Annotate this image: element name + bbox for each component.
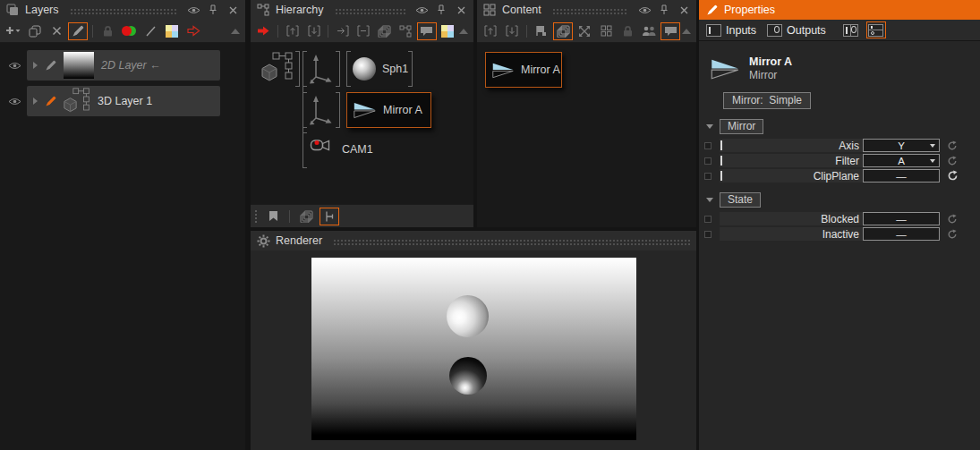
checkbox[interactable] [704,231,712,238]
eye-icon[interactable] [637,3,652,17]
layer-row[interactable]: 2D Layer ← [7,50,245,81]
close-icon[interactable] [226,3,240,17]
property-row-blocked: Blocked — [699,212,980,225]
node-bracket [408,51,413,87]
tree-node-label[interactable]: CAM1 [342,143,373,156]
layer-row[interactable]: 3D Layer 1 [7,86,245,116]
export-up-icon[interactable] [481,22,500,40]
insert-into-icon[interactable] [333,22,352,40]
tree-branch-icon[interactable] [320,208,339,225]
checkbox[interactable] [704,173,712,180]
tree-node-label[interactable]: Sph1 [382,63,408,75]
axes-icon[interactable] [310,53,333,85]
mirror-mode-button[interactable]: Mirror: Simple [723,92,811,109]
bookmark-icon[interactable] [263,208,283,225]
lock-button[interactable] [98,22,117,40]
tab-inputs[interactable]: Inputs [703,23,759,38]
checkbox[interactable] [704,157,712,165]
panel-title: Layers [25,4,59,16]
comment-bubble-icon[interactable] [660,22,680,40]
lock-icon[interactable] [618,22,637,40]
chevron-down-icon [706,198,713,202]
users-icon[interactable] [639,22,659,40]
slash-icon[interactable] [141,22,160,40]
sphere-icon[interactable] [353,57,376,81]
duplicate-layer-button[interactable] [25,22,45,40]
outputs-icon [767,24,782,37]
dropdown-value: A [898,156,905,166]
content-panel-icon [482,3,497,17]
red-arrow-icon[interactable] [254,22,273,40]
property-label: Filter [722,155,863,167]
stack-icon[interactable] [296,208,316,225]
red-green-state-icon[interactable] [119,22,139,40]
layer-name: 2D Layer ← [101,59,161,72]
group-header-state[interactable]: State [706,192,980,208]
red-arrow-icon[interactable] [183,22,203,40]
eye-icon[interactable] [7,94,21,108]
eye-icon[interactable] [186,3,200,17]
add-layer-button[interactable] [4,22,23,40]
layer-name: 3D Layer 1 [98,95,152,107]
mirror-icon [710,57,740,81]
reset-icon[interactable] [947,170,959,182]
center-view-icon[interactable] [575,22,594,40]
node-name: Mirror A [749,55,792,68]
collapse-toolbar-icon[interactable] [682,29,691,34]
collapse-toolbar-icon[interactable] [231,29,240,34]
pin-icon[interactable] [434,3,448,17]
tree-node-mirror-selected[interactable]: Mirror A [346,92,431,128]
dropdown-caret-icon [930,159,935,163]
axes-icon[interactable] [310,94,333,126]
palette-icon[interactable] [162,22,182,40]
content-item-mirror-selected[interactable]: Mirror A [485,52,562,88]
drag-handle-icon[interactable] [254,209,258,224]
pencil-icon[interactable] [45,60,56,72]
checkbox[interactable] [704,142,712,149]
group-header-mirror[interactable]: Mirror [706,119,980,134]
stack-icon[interactable] [553,22,573,40]
expand-icon[interactable] [33,62,38,69]
comment-bubble-icon[interactable] [417,22,437,40]
checkbox[interactable] [704,216,712,223]
pencil-icon-active[interactable] [45,96,56,107]
edit-pencil-button[interactable] [68,22,88,40]
renderer-viewport[interactable] [311,258,636,440]
inactive-field[interactable]: — [863,227,940,241]
bookmark-add-icon[interactable] [532,22,551,40]
axis-dropdown[interactable]: Y [863,139,940,152]
blocked-field[interactable]: — [863,212,940,225]
expand-icon[interactable] [33,98,38,105]
grid-icon[interactable] [596,22,616,40]
tab-outputs[interactable]: Outputs [764,23,829,38]
camera-icon[interactable] [310,136,337,156]
layers-toolbar [0,20,245,43]
reset-icon[interactable] [947,140,958,151]
clipplane-field[interactable]: — [863,169,940,183]
reset-icon[interactable] [947,229,958,240]
close-icon[interactable] [454,3,468,17]
reset-icon[interactable] [947,214,958,225]
import-down-icon[interactable] [502,22,522,40]
io-horizontal-icon[interactable] [866,21,886,38]
collapse-toolbar-icon[interactable] [459,29,468,34]
reset-icon[interactable] [947,156,958,166]
io-vertical-icon[interactable] [841,21,861,38]
panel-title: Hierarchy [276,4,324,16]
import-down-icon[interactable] [304,22,323,40]
eye-icon[interactable] [414,3,429,17]
tree-icon[interactable] [396,22,415,40]
cube-hierarchy-icon[interactable] [261,52,294,84]
stack-icon[interactable] [375,22,394,40]
close-icon[interactable] [677,3,691,17]
delete-layer-button[interactable] [47,22,66,40]
export-up-icon[interactable] [283,22,302,40]
selected-node-header: Mirror A Mirror [710,55,980,81]
filter-dropdown[interactable]: A [863,154,940,167]
node-type: Mirror [749,69,792,81]
palette-icon[interactable] [439,22,457,40]
isolate-icon[interactable] [354,22,373,40]
pin-icon[interactable] [206,3,220,17]
eye-icon[interactable] [7,58,21,72]
pin-icon[interactable] [657,3,671,17]
